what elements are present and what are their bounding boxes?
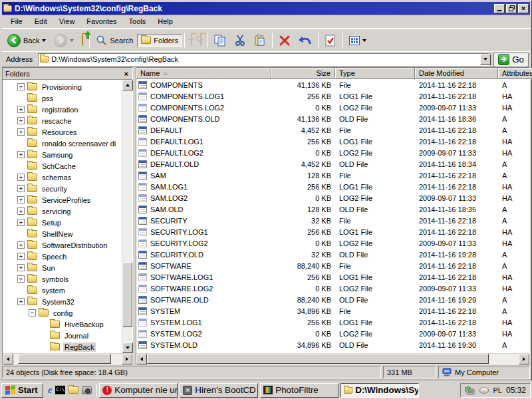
table-row[interactable]: DEFAULT.LOG1256 KBLOG1 File2014-11-16 22… <box>136 136 529 147</box>
table-row[interactable]: DEFAULT.OLD4,452 KBOLD File2014-11-16 18… <box>136 158 529 170</box>
cut-button[interactable] <box>230 32 250 49</box>
expand-icon[interactable]: + <box>17 117 25 124</box>
close-button[interactable]: × <box>518 4 529 13</box>
table-row[interactable]: COMPONENTS.OLD41,136 KBOLD File2014-11-1… <box>136 113 529 124</box>
table-row[interactable]: SECURITY.LOG20 KBLOG2 File2009-09-07 11:… <box>136 237 529 249</box>
table-row[interactable]: SOFTWARE.LOG1256 KBLOG1 File2014-11-16 2… <box>136 271 529 283</box>
table-row[interactable]: SYSTEM34,896 KBFile2014-11-16 22:18A <box>136 305 529 317</box>
tree-item-schemas[interactable]: +schemas <box>3 172 122 183</box>
go-button[interactable]: Go <box>493 52 529 67</box>
tree-item-speech[interactable]: +Speech <box>3 251 122 262</box>
menu-favorites[interactable]: Favorites <box>80 15 122 27</box>
expand-icon[interactable]: + <box>17 253 25 260</box>
tree-item-system[interactable]: system <box>3 285 122 296</box>
tree-item-resources[interactable]: +Resources <box>3 126 122 138</box>
keyboard-language-indicator[interactable]: PL <box>493 386 502 394</box>
expand-icon[interactable]: + <box>17 185 25 192</box>
expand-icon[interactable]: + <box>17 106 25 113</box>
tree-item-samsung[interactable]: +Samsung <box>3 149 122 160</box>
sidebar-horizontal-scrollbar[interactable] <box>3 353 132 364</box>
column-header-name[interactable]: Name <box>136 68 271 79</box>
undo-button[interactable] <box>295 32 316 49</box>
expand-icon[interactable]: + <box>17 128 25 136</box>
column-header-date-modified[interactable]: Date Modified <box>415 68 498 79</box>
vertical-scroll-thumb[interactable] <box>122 262 132 328</box>
horizontal-scroll-thumb[interactable] <box>147 354 489 364</box>
table-row[interactable]: DEFAULT4,452 KBFile2014-11-16 22:18A <box>136 124 529 136</box>
internet-explorer-icon[interactable]: e <box>48 384 53 396</box>
views-dropdown-icon[interactable] <box>362 39 366 42</box>
search-button[interactable]: Search <box>92 32 137 49</box>
move-to-button[interactable] <box>187 33 196 48</box>
hardware-device-icon[interactable] <box>479 386 489 394</box>
scroll-left-button[interactable] <box>3 354 13 364</box>
tree-item-rescache[interactable]: +rescache <box>3 115 122 126</box>
back-history-dropdown-icon[interactable] <box>42 39 46 42</box>
back-button[interactable]: Back <box>3 31 50 50</box>
copy-to-button[interactable] <box>196 33 205 48</box>
table-row[interactable]: SAM.LOG20 KBLOG2 File2009-09-07 11:33HA <box>136 192 529 203</box>
tree-item-schcache[interactable]: SchCache <box>3 160 122 172</box>
menu-file[interactable]: File <box>5 15 29 27</box>
tree-item-registration[interactable]: +registration <box>3 104 122 115</box>
forward-button[interactable] <box>50 31 78 50</box>
expand-icon[interactable]: + <box>17 264 25 271</box>
address-input[interactable]: D:\Windows\System32\config\RegBack <box>38 53 489 66</box>
table-row[interactable]: SYSTEM.OLD34,896 KBOLD File2014-11-16 19… <box>136 339 529 350</box>
menu-view[interactable]: View <box>53 15 81 27</box>
expand-icon[interactable]: + <box>17 298 25 305</box>
menu-tools[interactable]: Tools <box>123 15 152 27</box>
expand-icon[interactable]: + <box>17 174 25 181</box>
paste-button[interactable] <box>250 32 270 49</box>
tree-item-serviceprofiles[interactable]: +ServiceProfiles <box>3 194 122 205</box>
scroll-right-button[interactable] <box>519 354 529 364</box>
camera-icon[interactable] <box>82 386 92 394</box>
expand-icon[interactable]: + <box>17 196 25 203</box>
tree-item-symbols[interactable]: +symbols <box>3 273 122 285</box>
table-row[interactable]: DEFAULT.LOG20 KBLOG2 File2009-09-07 11:3… <box>136 147 529 158</box>
table-row[interactable]: SOFTWARE.LOG20 KBLOG2 File2009-09-07 11:… <box>136 283 529 294</box>
scroll-right-button[interactable] <box>122 354 132 364</box>
command-prompt-icon[interactable]: C:\ <box>55 386 65 394</box>
task-button[interactable]: ✕Hiren's BootCD 15.... <box>180 383 258 398</box>
menu-help[interactable]: Help <box>152 15 179 27</box>
column-header-attributes[interactable]: Attributes <box>498 68 532 79</box>
taskbar-clock[interactable]: 05:32 <box>506 386 526 395</box>
tree-item-security[interactable]: +security <box>3 183 122 194</box>
up-button[interactable] <box>78 33 87 48</box>
scroll-left-button[interactable] <box>136 354 147 364</box>
sidebar-vertical-scrollbar[interactable] <box>122 80 132 353</box>
restore-button[interactable] <box>506 4 517 13</box>
task-button[interactable]: PhotoFiltre <box>260 383 338 398</box>
table-row[interactable]: SAM.LOG1256 KBLOG1 File2014-11-16 22:18H… <box>136 181 529 192</box>
table-row[interactable]: SECURITY.LOG1256 KBLOG1 File2014-11-16 2… <box>136 226 529 237</box>
task-button[interactable]: D:\Windows\Sy... <box>340 383 419 398</box>
table-row[interactable]: COMPONENTS.LOG20 KBLOG2 File2009-09-07 1… <box>136 102 529 113</box>
tree-item-pss[interactable]: pss <box>3 92 122 104</box>
scroll-up-button[interactable] <box>122 80 133 90</box>
tree-item-setup[interactable]: +Setup <box>3 217 122 228</box>
delete-button[interactable] <box>275 32 295 49</box>
tree-item-config[interactable]: −config <box>3 307 122 319</box>
tree-item-regback[interactable]: RegBack <box>3 341 122 352</box>
scroll-down-button[interactable] <box>122 342 133 353</box>
table-row[interactable]: SOFTWARE.OLD88,240 KBOLD File2014-11-16 … <box>136 294 529 305</box>
minimize-button[interactable] <box>494 4 505 13</box>
task-button[interactable]: !Komputer nie uruch... <box>99 383 178 398</box>
tree-item-sun[interactable]: +Sun <box>3 262 122 273</box>
table-row[interactable]: COMPONENTS.LOG1256 KBLOG1 File2014-11-16… <box>136 90 529 102</box>
copy-button[interactable] <box>210 32 230 49</box>
expand-icon[interactable]: + <box>17 83 25 90</box>
expand-icon[interactable]: + <box>17 219 25 226</box>
views-button[interactable] <box>345 33 370 48</box>
collapse-icon[interactable]: − <box>29 309 36 317</box>
tree-item-system32[interactable]: +System32 <box>3 296 122 307</box>
column-header-type[interactable]: Type <box>335 68 415 79</box>
table-row[interactable]: SYSTEM.LOG1256 KBLOG1 File2014-11-16 22:… <box>136 317 529 328</box>
horizontal-scroll-thumb[interactable] <box>18 354 111 364</box>
table-row[interactable]: COMPONENTS41,136 KBFile2014-11-16 22:18A <box>136 79 529 90</box>
folders-button[interactable]: Folders <box>137 34 182 47</box>
expand-icon[interactable]: + <box>17 151 25 158</box>
expand-icon[interactable]: + <box>17 275 25 283</box>
address-dropdown-button[interactable] <box>480 54 491 65</box>
